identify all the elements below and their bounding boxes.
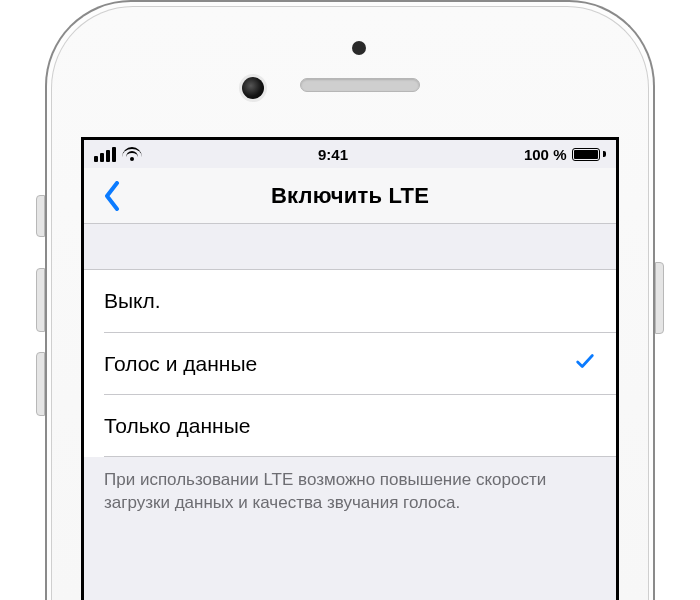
status-time: 9:41 [318,146,348,163]
power-button [655,262,664,334]
battery-icon [572,148,606,161]
volume-down-button [36,352,45,416]
screen: 9:41 100 % Включить LTE Выкл. [81,137,619,600]
phone-bezel: 9:41 100 % Включить LTE Выкл. [51,6,649,600]
section-footer-note: При использовании LTE возможно повышение… [84,457,616,545]
status-bar: 9:41 100 % [84,140,616,168]
option-label: Голос и данные [104,352,257,376]
checkmark-icon [574,350,596,377]
option-off[interactable]: Выкл. [84,270,616,332]
mute-switch [36,195,45,237]
status-battery-text: 100 % [524,146,567,163]
option-label: Только данные [104,414,250,438]
back-button[interactable] [92,168,132,223]
section-spacer [84,224,616,270]
wifi-icon [122,147,142,162]
navigation-bar: Включить LTE [84,168,616,224]
front-camera-icon [242,77,264,99]
options-list: Выкл. Голос и данные Только данные [84,270,616,457]
option-data-only[interactable]: Только данные [104,394,616,456]
cellular-signal-icon [94,147,116,162]
chevron-left-icon [103,181,121,211]
option-voice-and-data[interactable]: Голос и данные [104,332,616,394]
earpiece-speaker-icon [300,78,420,92]
volume-up-button [36,268,45,332]
page-title: Включить LTE [271,183,429,209]
phone-frame: 9:41 100 % Включить LTE Выкл. [45,0,655,600]
option-label: Выкл. [104,289,161,313]
proximity-sensor-icon [352,41,366,55]
